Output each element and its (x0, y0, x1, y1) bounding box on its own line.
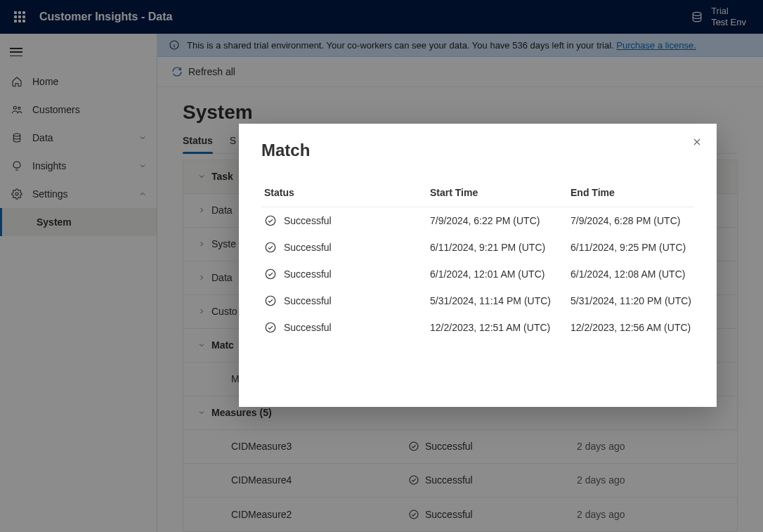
row-end: 6/1/2024, 12:08 AM (UTC) (570, 268, 694, 280)
dialog-table-row: Successful12/2/2023, 12:51 AM (UTC)12/2/… (261, 314, 694, 341)
dialog-table-row: Successful5/31/2024, 11:14 PM (UTC)5/31/… (261, 287, 694, 314)
row-end: 7/9/2024, 6:28 PM (UTC) (570, 215, 694, 226)
col-end-header: End Time (570, 187, 694, 198)
dialog-table-row: Successful6/1/2024, 12:01 AM (UTC)6/1/20… (261, 261, 694, 287)
success-icon (264, 321, 277, 334)
success-icon (264, 241, 277, 254)
row-status: Successful (284, 295, 332, 306)
row-status: Successful (284, 215, 332, 226)
dialog-table-row: Successful6/11/2024, 9:21 PM (UTC)6/11/2… (261, 234, 694, 261)
success-icon (264, 214, 277, 227)
dialog-title: Match (261, 141, 694, 160)
col-start-header: Start Time (430, 187, 570, 198)
row-end: 12/2/2023, 12:56 AM (UTC) (570, 322, 694, 333)
row-status: Successful (284, 268, 332, 280)
svg-point-9 (266, 216, 275, 226)
row-start: 6/11/2024, 9:21 PM (UTC) (430, 242, 570, 253)
svg-point-10 (266, 242, 275, 252)
dialog-table-row: Successful7/9/2024, 6:22 PM (UTC)7/9/202… (261, 207, 694, 234)
row-status: Successful (284, 242, 332, 253)
close-icon (691, 136, 703, 148)
dialog-close-button[interactable] (691, 136, 703, 148)
row-end: 6/11/2024, 9:25 PM (UTC) (570, 242, 694, 253)
row-end: 5/31/2024, 11:20 PM (UTC) (570, 295, 694, 306)
row-start: 6/1/2024, 12:01 AM (UTC) (430, 268, 570, 280)
row-start: 12/2/2023, 12:51 AM (UTC) (430, 322, 570, 333)
success-icon (264, 294, 277, 307)
svg-point-13 (266, 323, 275, 332)
row-status: Successful (284, 322, 332, 333)
svg-point-11 (266, 269, 275, 279)
row-start: 7/9/2024, 6:22 PM (UTC) (430, 215, 570, 226)
row-start: 5/31/2024, 11:14 PM (UTC) (430, 295, 570, 306)
match-history-dialog: Match Status Start Time End Time Success… (239, 124, 717, 407)
success-icon (264, 268, 277, 280)
col-status-header: Status (261, 187, 430, 198)
svg-point-12 (266, 296, 275, 306)
dialog-table-header: Status Start Time End Time (261, 180, 694, 207)
